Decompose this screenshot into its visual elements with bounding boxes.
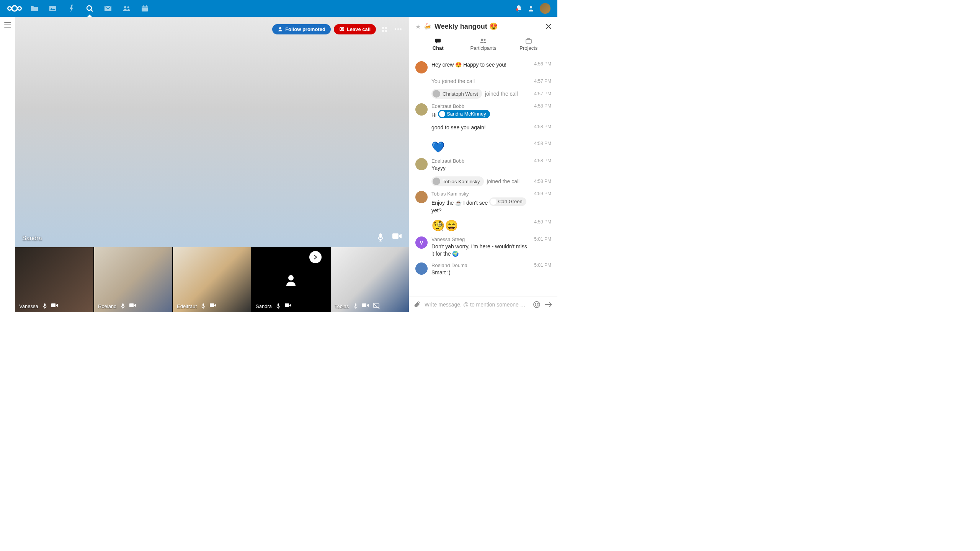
main-video[interactable]: Follow promoted Leave call Sandra xyxy=(15,17,409,247)
notifications-icon[interactable] xyxy=(515,5,522,12)
menu-toggle-icon[interactable] xyxy=(4,22,11,28)
main-video-name: Sandra xyxy=(22,235,42,242)
call-toolbar: Follow promoted Leave call xyxy=(272,24,403,34)
chat-messages: Hey crew 😍 Happy to see you!4:56 PMYou j… xyxy=(409,55,557,297)
svg-rect-21 xyxy=(129,303,134,307)
thumb-sandra[interactable]: Sandra xyxy=(252,247,331,312)
svg-point-32 xyxy=(484,39,486,41)
contacts-icon[interactable] xyxy=(118,0,135,17)
svg-rect-23 xyxy=(210,303,214,307)
chat-message: VVanessa SteegDon't yah worry, I'm here … xyxy=(409,234,557,260)
mic-icon[interactable] xyxy=(377,233,384,242)
svg-point-6 xyxy=(124,6,126,8)
chat-message: Hey crew 😍 Happy to see you!4:56 PM xyxy=(409,59,557,76)
system-message: You joined the call4:57 PM xyxy=(409,76,557,86)
thumb-name: Sandra xyxy=(256,303,272,309)
emoji-picker-icon[interactable] xyxy=(533,301,541,308)
photos-icon[interactable] xyxy=(44,0,61,17)
mail-icon[interactable] xyxy=(100,0,116,17)
app-switcher xyxy=(26,0,153,17)
send-icon[interactable] xyxy=(544,302,553,308)
svg-rect-33 xyxy=(526,39,531,43)
svg-point-15 xyxy=(400,28,402,30)
svg-rect-22 xyxy=(203,303,204,306)
tab-participants[interactable]: Participants xyxy=(461,35,506,55)
tab-projects[interactable]: Projects xyxy=(506,35,551,55)
svg-point-13 xyxy=(395,28,396,30)
room-icon: 🍻 xyxy=(424,23,431,30)
join-message: Tobias Kaminskyjoined the call4:58 PM xyxy=(409,174,557,189)
more-icon[interactable] xyxy=(393,24,403,34)
sidebar-tabs: Chat Participants Projects xyxy=(415,35,551,55)
thumb-vanessa[interactable]: Vanessa xyxy=(15,247,94,312)
chat-sidebar: ★ 🍻 Weekly hangout 😍 Chat Participants P… xyxy=(409,17,557,312)
video-area: Follow promoted Leave call Sandra Vaness… xyxy=(15,17,409,312)
thumb-roeland[interactable]: Roeland xyxy=(94,247,173,312)
files-icon[interactable] xyxy=(26,0,43,17)
talk-icon[interactable] xyxy=(81,0,98,17)
svg-rect-25 xyxy=(278,303,279,306)
thumb-name: Edeltraut xyxy=(177,303,197,309)
svg-point-24 xyxy=(288,275,294,280)
svg-point-10 xyxy=(530,6,532,8)
thumb-tobias[interactable]: Tobias xyxy=(331,247,409,312)
grid-view-icon[interactable] xyxy=(379,24,390,34)
message-input[interactable] xyxy=(425,302,529,308)
camera-icon[interactable] xyxy=(392,233,402,242)
attach-icon[interactable] xyxy=(414,301,421,308)
leave-call-label: Leave call xyxy=(347,26,371,32)
svg-rect-28 xyxy=(362,303,366,307)
follow-promoted-label: Follow promoted xyxy=(285,26,325,32)
svg-point-0 xyxy=(12,6,17,11)
person-icon xyxy=(284,273,298,287)
leave-call-button[interactable]: Leave call xyxy=(334,24,376,34)
svg-rect-30 xyxy=(435,39,441,42)
next-thumb-button[interactable] xyxy=(309,251,322,263)
svg-point-34 xyxy=(534,302,540,308)
svg-rect-20 xyxy=(122,303,124,306)
topnav-right xyxy=(515,3,554,14)
chat-message: Tobias KaminskyEnjoy the ☕ I don't see C… xyxy=(409,189,557,217)
chat-message-cont: good to see you again!4:58 PM xyxy=(409,122,557,139)
svg-point-7 xyxy=(127,7,129,8)
svg-point-14 xyxy=(397,28,399,30)
favorite-star-icon[interactable]: ★ xyxy=(415,23,421,30)
svg-point-31 xyxy=(481,39,483,41)
svg-point-4 xyxy=(87,6,91,10)
svg-rect-26 xyxy=(285,303,289,307)
calendar-icon[interactable] xyxy=(136,0,153,17)
user-avatar[interactable] xyxy=(540,3,550,14)
thumb-edeltraut[interactable]: Edeltraut xyxy=(173,247,252,312)
message-input-bar xyxy=(409,297,557,312)
chat-message: Edeltraut BobbYayyy4:58 PM xyxy=(409,156,557,174)
svg-rect-16 xyxy=(379,233,382,238)
chat-message-cont: 💙4:58 PM xyxy=(409,139,557,156)
svg-rect-17 xyxy=(392,233,399,239)
svg-rect-5 xyxy=(105,6,111,11)
follow-promoted-button[interactable]: Follow promoted xyxy=(272,24,331,34)
svg-point-2 xyxy=(18,7,21,10)
tab-chat[interactable]: Chat xyxy=(415,35,461,55)
video-thumbnails: Vanessa Roeland Edeltraut Sandra xyxy=(15,247,409,312)
thumb-name: Vanessa xyxy=(19,303,38,309)
room-title: Weekly hangout 😍 xyxy=(434,22,543,31)
chat-message: Edeltraut BobbHi Sandra McKinney4:58 PM xyxy=(409,101,557,122)
close-sidebar-icon[interactable] xyxy=(546,24,551,29)
thumb-name: Tobias xyxy=(335,303,349,309)
svg-point-11 xyxy=(279,27,281,29)
thumb-name: Roeland xyxy=(98,303,116,309)
left-rail xyxy=(0,17,15,312)
activity-icon[interactable] xyxy=(63,0,80,17)
svg-rect-19 xyxy=(51,303,56,307)
svg-rect-27 xyxy=(355,303,356,306)
chat-message-cont: 🧐😄4:59 PM xyxy=(409,217,557,234)
svg-point-35 xyxy=(535,303,536,304)
svg-point-36 xyxy=(537,303,538,304)
svg-point-1 xyxy=(8,7,11,10)
svg-rect-9 xyxy=(142,6,148,8)
top-navigation xyxy=(0,0,557,17)
join-message: Christoph Wurstjoined the call4:57 PM xyxy=(409,86,557,101)
contacts-menu-icon[interactable] xyxy=(528,5,534,12)
svg-rect-18 xyxy=(44,303,46,306)
nextcloud-logo[interactable] xyxy=(3,4,26,13)
